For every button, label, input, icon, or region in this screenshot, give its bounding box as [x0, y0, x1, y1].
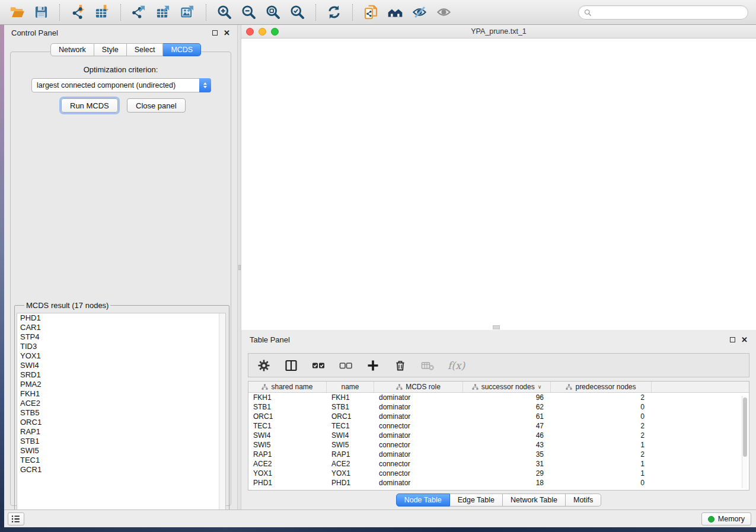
- mcds-result-item[interactable]: PHD1: [17, 313, 225, 323]
- tab-style[interactable]: Style: [94, 43, 127, 56]
- table-row[interactable]: SWI4SWI4dominator462: [248, 431, 749, 440]
- zoom-out-icon[interactable]: [238, 3, 260, 22]
- cell-name: RAP1: [327, 450, 374, 459]
- float-panel-icon[interactable]: [212, 30, 218, 36]
- mcds-result-item[interactable]: STB5: [17, 408, 225, 418]
- column-label: shared name: [271, 383, 312, 391]
- cell-name: STB1: [327, 403, 374, 411]
- shared-column-icon: [396, 384, 403, 390]
- tab-mcds[interactable]: MCDS: [163, 43, 201, 56]
- mcds-list-scrollbar[interactable]: [219, 313, 225, 520]
- mcds-result-item[interactable]: ORC1: [17, 418, 225, 427]
- gear-icon[interactable]: [257, 357, 271, 374]
- optimization-criterion-select[interactable]: largest connected component (undirected): [31, 78, 211, 92]
- table-scrollbar[interactable]: [742, 396, 747, 488]
- zoom-in-icon[interactable]: [213, 3, 235, 22]
- mcds-result-item[interactable]: YOX1: [17, 351, 225, 361]
- zoom-fit-icon[interactable]: [262, 3, 284, 22]
- mcds-result-item[interactable]: PMA2: [17, 380, 225, 389]
- mcds-result-item[interactable]: TID3: [17, 342, 225, 351]
- horizontal-splitter-grip[interactable]: [493, 325, 500, 329]
- tab-network[interactable]: Network: [50, 43, 94, 56]
- export-network-icon[interactable]: [128, 3, 150, 22]
- mcds-result-item[interactable]: ACE2: [17, 399, 225, 408]
- table-row[interactable]: ACE2ACE2connector311: [248, 459, 749, 469]
- table-row[interactable]: PHD1PHD1dominator180: [248, 478, 749, 488]
- memory-button[interactable]: Memory: [701, 512, 751, 525]
- table-row[interactable]: SWI5SWI5connector431: [248, 440, 749, 450]
- select-all-icon[interactable]: [311, 357, 326, 374]
- table-row[interactable]: YOX1YOX1connector291: [248, 469, 749, 478]
- run-mcds-button[interactable]: Run MCDS: [61, 98, 118, 113]
- table-row[interactable]: ORC1ORC1dominator610: [248, 412, 749, 421]
- tab-node-table[interactable]: Node Table: [396, 493, 450, 507]
- mcds-result-groupbox: MCDS result (17 nodes) PHD1CAR1STP4TID3Y…: [14, 301, 229, 519]
- cell-name: FKH1: [327, 393, 374, 402]
- zoom-selected-icon[interactable]: [286, 3, 308, 22]
- hide-eye-icon[interactable]: [409, 3, 430, 22]
- cell-MCDS-role: connector: [374, 441, 463, 449]
- mcds-result-item[interactable]: GCR1: [17, 465, 225, 475]
- cell-successor-nodes: 18: [463, 479, 551, 487]
- mcds-result-item[interactable]: SWI5: [17, 446, 225, 456]
- open-file-icon[interactable]: [6, 3, 28, 22]
- import-table-icon[interactable]: [91, 3, 113, 22]
- refresh-layout-icon[interactable]: [323, 3, 345, 22]
- mcds-result-item[interactable]: TEC1: [17, 456, 225, 465]
- mcds-result-item[interactable]: FKH1: [17, 389, 225, 399]
- export-image-icon[interactable]: [177, 3, 199, 22]
- vertical-splitter[interactable]: [237, 25, 241, 509]
- mcds-result-item[interactable]: STP4: [17, 332, 225, 342]
- close-panel-icon[interactable]: ✕: [224, 30, 230, 36]
- mcds-result-item[interactable]: CAR1: [17, 323, 225, 332]
- function-builder-icon: f(x): [448, 357, 465, 374]
- delete-column-icon[interactable]: [393, 357, 407, 374]
- deselect-all-icon[interactable]: [339, 357, 353, 374]
- save-session-icon[interactable]: [30, 3, 52, 22]
- add-column-icon[interactable]: [366, 357, 380, 374]
- table-scrollbar-thumb[interactable]: [743, 398, 747, 457]
- mcds-result-item[interactable]: SRD1: [17, 370, 225, 380]
- cell-shared-name: FKH1: [248, 393, 327, 402]
- task-history-button[interactable]: [8, 512, 24, 525]
- column-header-successor-nodes[interactable]: successor nodes∨: [463, 382, 551, 392]
- mcds-result-list[interactable]: PHD1CAR1STP4TID3YOX1SWI4SRD1PMA2FKH1ACE2…: [17, 313, 226, 520]
- network-canvas[interactable]: [241, 39, 756, 330]
- mcds-result-item[interactable]: RAP1: [17, 427, 225, 437]
- share-document-icon[interactable]: [360, 3, 382, 22]
- search-input[interactable]: [595, 8, 743, 17]
- export-table-icon[interactable]: [152, 3, 174, 22]
- search-icon: [583, 8, 592, 17]
- cell-predecessor-nodes: 0: [551, 479, 652, 487]
- tab-motifs[interactable]: Motifs: [566, 493, 601, 507]
- float-table-panel-icon[interactable]: [730, 337, 735, 342]
- show-eye-icon[interactable]: [433, 3, 455, 22]
- mcds-result-item[interactable]: SWI4: [17, 361, 225, 370]
- column-label: MCDS role: [406, 383, 441, 391]
- import-network-icon[interactable]: [67, 3, 89, 22]
- table-row[interactable]: RAP1RAP1dominator352: [248, 450, 749, 459]
- tab-select[interactable]: Select: [127, 43, 164, 56]
- splitter-grip[interactable]: [238, 265, 241, 270]
- cell-successor-nodes: 29: [463, 469, 551, 477]
- split-columns-icon[interactable]: [284, 357, 298, 374]
- cell-successor-nodes: 47: [463, 422, 551, 430]
- close-panel-button[interactable]: Close panel: [127, 98, 186, 113]
- homes-icon[interactable]: [384, 3, 406, 22]
- network-window-titlebar[interactable]: YPA_prune.txt_1: [241, 25, 756, 39]
- table-row[interactable]: FKH1FKH1dominator962: [248, 393, 749, 402]
- close-table-panel-icon[interactable]: ✕: [741, 337, 748, 342]
- mcds-result-item[interactable]: STB1: [17, 437, 225, 446]
- column-header-MCDS-role[interactable]: MCDS role: [374, 382, 463, 392]
- tab-network-table[interactable]: Network Table: [503, 493, 566, 507]
- table-panel-titlebar: Table Panel ✕: [241, 330, 756, 345]
- cell-predecessor-nodes: 0: [551, 403, 652, 411]
- search-box[interactable]: [578, 5, 748, 20]
- column-header-shared-name[interactable]: shared name: [248, 382, 327, 392]
- cell-MCDS-role: dominator: [374, 403, 463, 411]
- tab-edge-table[interactable]: Edge Table: [450, 493, 503, 507]
- table-row[interactable]: TEC1TEC1connector472: [248, 421, 749, 431]
- table-row[interactable]: STB1STB1dominator620: [248, 402, 749, 412]
- column-header-name[interactable]: name: [327, 382, 374, 392]
- column-header-predecessor-nodes[interactable]: predecessor nodes: [551, 382, 652, 392]
